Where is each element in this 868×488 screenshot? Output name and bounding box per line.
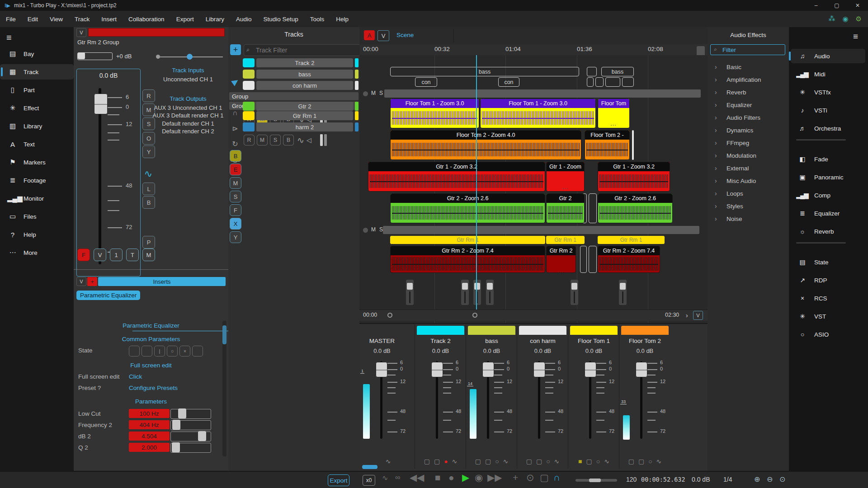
sidebar-item[interactable]: ▥ Library [0,118,74,134]
menu-item[interactable]: Insert [95,16,123,23]
thin-clip-bar[interactable]: Gtr Rm 1 [390,236,545,244]
channel-fader-handle[interactable] [636,362,647,377]
rightbar-item[interactable]: ✳ VST [791,309,865,324]
track-letter-button[interactable]: M [230,177,241,189]
channel-sine-icon[interactable]: ∿ [656,458,662,465]
channel-sine-icon[interactable]: ∿ [503,458,509,465]
collapse-button[interactable]: V [76,28,86,37]
channel-icon-1[interactable]: ▢ [628,458,634,465]
group-solo-label[interactable]: S [379,90,383,96]
fader-handle[interactable] [94,94,108,114]
audio-clip[interactable]: Gtr 2 - Zoom 2.6 [390,193,545,223]
channel-sine-icon[interactable]: ∿ [386,458,391,465]
channel-color-header[interactable] [519,326,566,335]
scroll-marker-circle[interactable] [472,313,477,318]
channel-sine-icon[interactable]: ∿ [554,458,560,465]
lane-group-header[interactable]: M S [359,226,708,234]
audio-clip[interactable]: Gtr Rm 2 … [546,246,576,273]
effect-category[interactable]: › Misc Audio [708,176,789,187]
menu-item[interactable]: Track [69,16,95,23]
empty-clip-outline[interactable]: con [498,77,519,87]
track-tool-icon[interactable]: ↻ [230,138,241,149]
menubar-icon[interactable]: ⚙ [856,15,862,23]
sidebar-item[interactable]: ✳ Effect [0,100,74,116]
zoom-icon[interactable]: ⊖ [767,475,773,483]
mute-button[interactable]: M [257,135,268,145]
empty-clip-outline[interactable]: con [415,77,437,87]
audio-clip[interactable]: Gtr 1 - Zoom … [546,162,585,192]
track-letter-button[interactable]: B [230,150,241,162]
zoom-icon[interactable]: ⊕ [754,475,760,483]
transport-icon[interactable]: ▶▶ [487,472,502,483]
rightbar-item[interactable]: ✳ VSTfx [791,85,865,99]
transport-zoom-slider[interactable] [576,479,617,482]
track-color-chip[interactable] [243,122,255,131]
track-letter-button[interactable]: S [230,191,241,202]
channel-mode-button[interactable]: Y [142,145,155,158]
inserts-header[interactable]: Inserts [98,277,226,286]
rightbar-item[interactable]: ▣ Panoramic [791,170,865,184]
sidebar-item[interactable]: A Text [0,136,74,152]
automation-fader[interactable] [406,280,414,305]
record-arm-button[interactable]: R [244,135,255,145]
channel-color-header[interactable] [570,326,618,335]
time-signature[interactable]: 1/4 [723,476,732,483]
effect-category[interactable]: › Modulation [708,151,789,162]
insert-chip-parametric-equalizer[interactable]: Parametric Equalizer [76,291,140,300]
channel-mode-button[interactable]: P [142,236,155,249]
transport-icon[interactable]: ◉ [475,472,483,483]
audio-clip[interactable]: Floor Tom 1 - Zoom 3.0 [480,99,596,128]
rightbar-item[interactable]: ≣ Equalizer [791,206,865,221]
channel-icon-3[interactable]: ○ [648,458,652,465]
transport-icon[interactable]: ⊙ [526,472,534,483]
channel-icon-3[interactable]: ● [444,458,448,465]
channel-icon-1[interactable]: ▢ [526,458,532,465]
fader-tab-button[interactable]: V [94,249,106,261]
automation-fader[interactable] [571,280,578,305]
thin-clip-bar[interactable] [632,130,634,160]
timeline-scroll-row[interactable]: 00:00 02:30 › V [359,310,708,321]
empty-clip-outline[interactable] [580,246,587,273]
rightbar-item[interactable]: ◧ Fade [791,152,865,166]
fader-tab-button[interactable]: F [77,249,90,261]
empty-clip-outline[interactable]: bass [390,67,579,76]
channel-fader-handle[interactable] [533,362,545,377]
channel-sine-icon[interactable]: ∿ [604,458,609,465]
audio-clip[interactable]: Floor Tom 2 - Zoom 4.0 [390,130,581,160]
effect-category[interactable]: › Audio Filters [708,113,789,124]
rightbar-item[interactable]: ☼ Reverb [791,224,865,239]
track-group-header[interactable]: Group [229,92,359,100]
eq-param-slider[interactable] [170,409,211,419]
track-name[interactable]: Gtr Rm 1 [256,111,353,120]
menu-item[interactable]: Library [200,16,230,23]
audio-clip[interactable]: Gtr 2 - Zoom 2.6 [598,193,673,223]
effect-category[interactable]: › Equalizer [708,100,789,111]
hamburger-menu-icon[interactable]: ≡ [6,33,12,43]
transport-icon[interactable]: ● [448,472,454,483]
transport-icon[interactable]: ▶ [462,472,469,483]
track-color-bar[interactable] [88,28,225,37]
group-bar[interactable] [384,89,701,98]
channel-sine-icon[interactable]: ∿ [452,458,458,465]
channel-icon-1[interactable]: ▢ [424,458,430,465]
rightbar-item[interactable]: ↗ RDP [791,273,865,287]
group-mute-label[interactable]: M [371,90,376,96]
eq-fullscreen-link-center[interactable]: Full screen edit [74,362,228,369]
eq-state-box[interactable]: ○ [167,346,178,357]
time-ruler[interactable]: 00:0000:3201:0401:3602:08 [359,44,708,56]
rightbar-item[interactable]: ▂▄▆ Comp [791,188,865,202]
track-letter-button[interactable]: E [230,164,241,175]
db-display[interactable]: 0.0 dB [692,476,710,483]
channel-fader-handle[interactable] [431,362,443,377]
sidebar-item[interactable]: ▤ Bay [0,46,74,61]
zoom-icon[interactable]: ⊙ [779,475,785,483]
group-circle-icon[interactable] [363,228,368,233]
timeline-lanes[interactable]: M S M S bassbassconcon Gtr Rm 1Gtr Rm 1G… [359,55,708,323]
audio-clip[interactable]: Floor Tom 1 - Zoom 3.0 [390,99,479,128]
menu-item[interactable]: Edit [22,16,44,23]
eq-state-box[interactable] [129,346,140,357]
audio-clip[interactable]: Floor Tom 2 - [585,130,630,160]
eq-param-value[interactable]: 2.000 [129,443,170,452]
automation-fader[interactable] [461,280,469,305]
track-name[interactable]: bass [256,70,353,79]
